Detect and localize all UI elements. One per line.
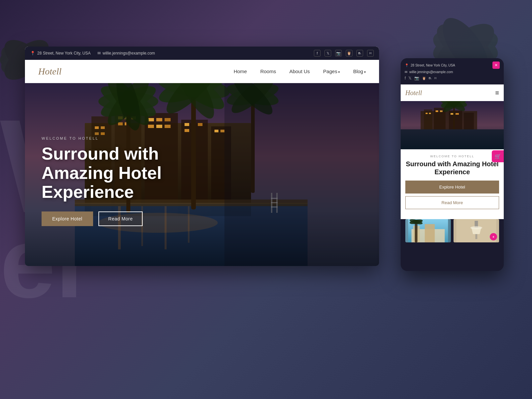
mobile-logo[interactable]: Hotell xyxy=(405,89,422,97)
desktop-topbar: 📍 28 Street, New York City, USA ✉ willie… xyxy=(25,47,379,60)
mobile-more-badge[interactable]: + xyxy=(490,233,497,240)
explore-hotel-button[interactable]: Explore Hotel xyxy=(42,211,93,226)
mobile-navbar: Hotell ≡ xyxy=(401,84,504,101)
mobile-content: WELCOME TO HOTELL Surround with Amazing … xyxy=(401,149,504,219)
mobile-hero-image xyxy=(401,101,504,149)
topbar-email-info: ✉ willie.jennings@example.com xyxy=(97,51,155,56)
svg-rect-21 xyxy=(95,132,99,135)
svg-rect-32 xyxy=(156,125,162,128)
mobile-social-row: f 𝕏 📷 🦉 B. H xyxy=(405,76,500,82)
email-icon: ✉ xyxy=(97,51,101,56)
nav-link-rooms[interactable]: Rooms xyxy=(260,68,276,74)
hero-content: WELCOME TO HOTELL Surround with Amazing … xyxy=(42,136,224,226)
nav-link-blog[interactable]: Blog xyxy=(353,68,366,74)
nav-item-rooms[interactable]: Rooms xyxy=(260,68,276,74)
close-icon: ✕ xyxy=(494,63,498,67)
svg-rect-80 xyxy=(429,113,431,114)
mobile-readmore-button[interactable]: Read More xyxy=(405,196,499,209)
desktop-hero: WELCOME TO HOTELL Surround with Amazing … xyxy=(25,83,379,266)
mobile-topbar-row2: ✉ willie.jennings@example.com xyxy=(405,70,500,74)
svg-rect-33 xyxy=(165,125,171,128)
mobile-browser: 📍 28 Street, New York City, USA ✕ ✉ will… xyxy=(401,58,504,271)
svg-point-103 xyxy=(470,226,482,229)
mobile-tripadvisor-icon[interactable]: 🦉 xyxy=(422,76,426,80)
facebook-icon[interactable]: f xyxy=(314,50,321,57)
mobile-topbar-row1: 📍 28 Street, New York City, USA ✕ xyxy=(405,62,500,69)
svg-rect-37 xyxy=(185,129,189,132)
topbar-address-info: 📍 28 Street, New York City, USA xyxy=(30,51,91,56)
svg-rect-95 xyxy=(425,224,435,242)
desktop-nav-links: Home Rooms About Us Pages Blog xyxy=(234,68,366,74)
mobile-topbar: 📍 28 Street, New York City, USA ✕ ✉ will… xyxy=(401,58,504,84)
mobile-facebook-icon[interactable]: f xyxy=(405,76,406,80)
location-icon: 📍 xyxy=(30,51,35,56)
mobile-hero-subtitle: WELCOME TO HOTELL xyxy=(405,155,499,158)
mobile-thumbnails: + xyxy=(401,219,504,242)
svg-rect-31 xyxy=(148,125,154,128)
desktop-navbar: Hotell Home Rooms About Us Pages Blog xyxy=(25,60,379,83)
svg-rect-36 xyxy=(198,123,202,126)
mobile-cart-button[interactable]: 🛒 xyxy=(492,150,504,162)
nav-item-home[interactable]: Home xyxy=(234,68,247,74)
svg-rect-39 xyxy=(220,130,224,132)
mobile-booking-icon[interactable]: B. xyxy=(429,76,432,80)
hamburger-menu-icon[interactable]: ≡ xyxy=(495,89,499,97)
mobile-explore-button[interactable]: Explore Hotel xyxy=(405,181,499,194)
nav-link-pages[interactable]: Pages xyxy=(323,68,340,74)
mobile-address: 28 Street, New York City, USA xyxy=(411,64,455,67)
svg-rect-82 xyxy=(440,110,443,112)
booking-icon[interactable]: B. xyxy=(356,50,363,57)
mobile-email-icon: ✉ xyxy=(405,70,407,74)
nav-link-home[interactable]: Home xyxy=(234,68,247,74)
mobile-close-button[interactable]: ✕ xyxy=(492,62,500,69)
nav-item-pages[interactable]: Pages xyxy=(323,68,340,74)
topbar-social-icons: f 𝕏 📷 🦉 B. H xyxy=(314,50,374,57)
svg-rect-20 xyxy=(101,126,105,129)
svg-rect-38 xyxy=(214,130,218,132)
desktop-logo[interactable]: Hotell xyxy=(38,66,62,77)
svg-rect-19 xyxy=(95,126,99,129)
svg-rect-84 xyxy=(456,113,459,115)
svg-rect-34 xyxy=(185,123,189,126)
svg-rect-26 xyxy=(118,122,123,125)
mobile-thumb-interior[interactable]: + xyxy=(454,219,499,242)
hotels-icon[interactable]: H xyxy=(367,50,374,57)
svg-rect-81 xyxy=(436,110,438,112)
nav-item-about[interactable]: About Us xyxy=(289,68,310,74)
instagram-icon[interactable]: 📷 xyxy=(335,50,342,57)
topbar-email: willie.jennings@example.com xyxy=(103,51,155,56)
hero-subtitle: WELCOME TO HOTELL xyxy=(42,136,224,140)
thumb-exterior-svg xyxy=(405,219,451,242)
mobile-email: willie.jennings@example.com xyxy=(409,70,453,74)
desktop-browser: 📍 28 Street, New York City, USA ✉ willie… xyxy=(25,47,379,266)
twitter-icon[interactable]: 𝕏 xyxy=(325,50,331,57)
mobile-hero-title: Surround with Amazing Hotel Experience xyxy=(405,160,499,176)
svg-rect-72 xyxy=(224,83,379,266)
svg-rect-28 xyxy=(148,118,154,121)
cart-icon: 🛒 xyxy=(494,153,501,160)
mobile-twitter-icon[interactable]: 𝕏 xyxy=(408,76,412,80)
svg-rect-29 xyxy=(156,118,162,121)
read-more-button[interactable]: Read More xyxy=(98,211,143,226)
svg-rect-102 xyxy=(475,234,477,239)
svg-rect-22 xyxy=(101,132,105,135)
svg-rect-79 xyxy=(426,113,428,114)
mobile-pool-overlay xyxy=(401,129,504,149)
mobile-location-icon: 📍 xyxy=(405,64,409,67)
topbar-address: 28 Street, New York City, USA xyxy=(37,51,91,56)
nav-item-blog[interactable]: Blog xyxy=(353,68,366,74)
mobile-hotels-icon[interactable]: H xyxy=(434,76,437,80)
mobile-thumb-exterior[interactable] xyxy=(405,219,451,242)
hero-buttons: Explore Hotel Read More xyxy=(42,211,224,226)
hero-title: Surround with Amazing Hotel Experience xyxy=(42,144,224,201)
nav-link-about[interactable]: About Us xyxy=(289,68,310,74)
tripadvisor-icon[interactable]: 🦉 xyxy=(346,50,352,57)
mobile-instagram-icon[interactable]: 📷 xyxy=(414,76,419,80)
svg-rect-30 xyxy=(165,118,171,121)
